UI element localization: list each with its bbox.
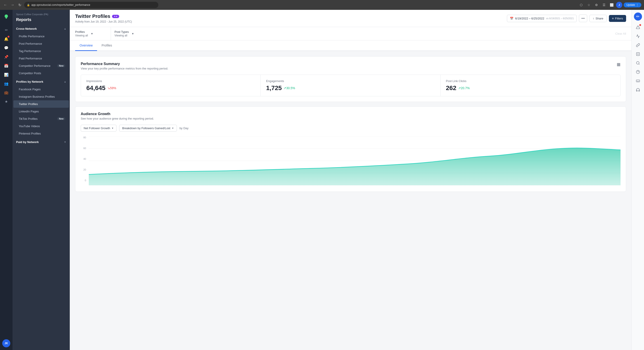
tiktok-badge: New bbox=[57, 117, 65, 120]
extensions-icon[interactable]: ⚙ bbox=[593, 2, 600, 8]
table-layout-icon[interactable]: ▦ bbox=[617, 62, 620, 67]
reload-button[interactable]: ↻ bbox=[17, 2, 22, 7]
profiles-by-network-label: Profiles by Network bbox=[16, 80, 43, 83]
sidebar-item-competitor-posts[interactable]: Competitor Posts bbox=[14, 69, 69, 77]
alert-icon[interactable] bbox=[634, 23, 642, 31]
sidebar-item-profile-performance[interactable]: Profile Performance bbox=[14, 33, 69, 40]
y-label-20: 20 bbox=[81, 168, 86, 171]
topbar-left: Twitter Profiles ✦✦ Activity from Jun 19… bbox=[75, 13, 132, 23]
advocacy-icon[interactable]: 💼 bbox=[2, 88, 10, 96]
share-button[interactable]: ↑ Share bbox=[590, 15, 607, 22]
analytics-icon[interactable]: 📊 bbox=[2, 71, 10, 79]
net-follower-growth-label: Net Follower Growth bbox=[84, 126, 110, 130]
sidebar-item-twitter-profiles[interactable]: Twitter Profiles bbox=[14, 100, 69, 108]
help-icon[interactable] bbox=[634, 68, 642, 76]
topbar: Twitter Profiles ✦✦ Activity from Jun 19… bbox=[70, 10, 632, 27]
competitor-posts-label: Competitor Posts bbox=[19, 71, 41, 75]
paid-performance-label: Paid Performance bbox=[19, 57, 42, 60]
link-icon[interactable] bbox=[634, 41, 642, 49]
sidebar-item-youtube-videos[interactable]: YouTube Videos bbox=[14, 122, 69, 130]
sidebar-item-instagram-business[interactable]: Instagram Business Profiles bbox=[14, 93, 69, 100]
premium-icon[interactable]: ★ bbox=[2, 97, 10, 105]
facebook-pages-label: Facebook Pages bbox=[19, 88, 41, 91]
sidebar-item-pinterest-profiles[interactable]: Pinterest Profiles bbox=[14, 130, 69, 137]
sidebar-item-tag-performance[interactable]: Tag Performance bbox=[14, 47, 69, 55]
clear-all-button[interactable]: Clear All bbox=[616, 32, 626, 35]
tag-performance-label: Tag Performance bbox=[19, 49, 41, 53]
search-icon[interactable] bbox=[634, 59, 642, 67]
compose-fab-button[interactable]: ✏ bbox=[634, 12, 642, 20]
user-avatar[interactable]: JK bbox=[2, 339, 10, 347]
update-chevron: ⋮ bbox=[636, 3, 639, 6]
sidebar-item-linkedin-pages[interactable]: LinkedIn Pages bbox=[14, 108, 69, 115]
net-follower-growth-filter[interactable]: Net Follower Growth ▼ bbox=[81, 125, 116, 132]
y-axis: 80 60 40 20 0 bbox=[81, 136, 86, 186]
headset-icon[interactable] bbox=[634, 86, 642, 94]
publishing-icon[interactable]: 📅 bbox=[2, 62, 10, 70]
chart-wrapper: 80 60 40 20 0 bbox=[81, 136, 620, 186]
performance-summary-subtitle: View your key profile performance metric… bbox=[81, 67, 168, 70]
alert-badge bbox=[639, 24, 641, 26]
profiles-by-network-group: Profiles by Network ▲ Facebook Pages Ins… bbox=[12, 78, 70, 137]
keyboard-icon[interactable] bbox=[634, 77, 642, 85]
back-button[interactable]: ← bbox=[3, 2, 8, 7]
tab-overview[interactable]: Overview bbox=[75, 40, 97, 51]
youtube-videos-label: YouTube Videos bbox=[19, 124, 40, 128]
vs-date-range: vs 6/19/2021 – 6/25/2021 bbox=[546, 17, 574, 20]
impressions-label: Impressions bbox=[86, 79, 255, 83]
add-icon[interactable] bbox=[634, 50, 642, 58]
profiles-filter-title: Profiles bbox=[75, 30, 88, 33]
filters-button[interactable]: ≡ Filters bbox=[609, 15, 626, 22]
profile-icon[interactable]: J bbox=[616, 2, 622, 8]
profiles-filter[interactable]: Profiles Viewing all ▼ bbox=[75, 27, 111, 40]
post-link-clicks-change: ↗20.7% bbox=[458, 86, 470, 90]
post-types-filter[interactable]: Post Types Viewing all ▼ bbox=[114, 27, 150, 40]
engagements-change: ↗30.5% bbox=[284, 86, 295, 90]
update-button[interactable]: Update ⋮ bbox=[624, 2, 641, 7]
update-label: Update bbox=[626, 3, 635, 6]
profiles-by-network-header[interactable]: Profiles by Network ▲ bbox=[12, 78, 70, 86]
breakdown-chevron: ▼ bbox=[172, 127, 174, 129]
forward-button[interactable]: → bbox=[10, 2, 15, 7]
address-bar[interactable]: 🔒 app.sproutsocial.com/reports/twitter_p… bbox=[24, 2, 158, 8]
sidebar-item-facebook-pages[interactable]: Facebook Pages bbox=[14, 86, 69, 93]
pinterest-profiles-label: Pinterest Profiles bbox=[19, 132, 41, 135]
date-range-button[interactable]: 📅 6/19/2022 – 6/25/2022 vs 6/19/2021 – 6… bbox=[507, 15, 577, 22]
post-types-filter-value: Viewing all bbox=[114, 34, 129, 37]
tab-profiles[interactable]: Profiles bbox=[97, 40, 116, 51]
messages-icon[interactable]: 💬 bbox=[2, 44, 10, 52]
sidebar-item-paid-performance[interactable]: Paid Performance bbox=[14, 55, 69, 62]
paid-by-network-header[interactable]: Paid by Network ▼ bbox=[12, 138, 70, 146]
performance-summary-title: Performance Summary bbox=[81, 62, 168, 66]
premium-badge: ✦✦ bbox=[112, 15, 119, 18]
audience-growth-header: Audience Growth See how your audience gr… bbox=[81, 112, 620, 120]
engagements-value-row: 1,725 ↗30.5% bbox=[266, 84, 435, 92]
main-content: Twitter Profiles ✦✦ Activity from Jun 19… bbox=[70, 10, 632, 350]
cross-network-header[interactable]: Cross-Network ▲ bbox=[12, 25, 70, 33]
cast-icon[interactable]: ⬡ bbox=[578, 2, 584, 8]
more-options-button[interactable]: ••• bbox=[579, 14, 587, 22]
post-link-clicks-value: 262 bbox=[446, 84, 456, 92]
tasks-icon[interactable]: 📌 bbox=[2, 53, 10, 61]
sidebar-item-tiktok-profiles[interactable]: TikTok Profiles New bbox=[14, 115, 69, 122]
app-wrapper: ✏ 🔔 💬 📌 📅 📊 👥 💼 ★ JK Sprout Coffee Corpo… bbox=[0, 0, 644, 350]
profiles-filter-value: Viewing all bbox=[75, 34, 88, 37]
breakdown-filter[interactable]: Breakdown by Followers Gained/Lost ▼ bbox=[119, 125, 177, 132]
post-performance-label: Post Performance bbox=[19, 42, 42, 45]
sprout-logo[interactable] bbox=[2, 12, 10, 20]
sidebar-item-post-performance[interactable]: Post Performance bbox=[14, 40, 69, 47]
compose-icon[interactable]: ✏ bbox=[2, 26, 10, 34]
date-range-text: 6/19/2022 – 6/25/2022 bbox=[515, 17, 544, 20]
reader-mode-icon[interactable]: ☰ bbox=[601, 2, 607, 8]
notifications-icon[interactable]: 🔔 bbox=[2, 35, 10, 43]
left-icon-rail: ✏ 🔔 💬 📌 📅 📊 👥 💼 ★ JK bbox=[0, 10, 12, 350]
tiktok-profiles-label: TikTok Profiles bbox=[19, 117, 38, 120]
linkedin-pages-label: LinkedIn Pages bbox=[19, 110, 39, 113]
pip-icon[interactable]: ⬜ bbox=[608, 2, 615, 8]
post-link-clicks-value-row: 262 ↗20.7% bbox=[446, 84, 615, 92]
listening-icon[interactable]: 👥 bbox=[2, 79, 10, 88]
sidebar-item-competitor-performance[interactable]: Competitor Performance New bbox=[14, 62, 69, 69]
analytics-right-icon[interactable] bbox=[634, 32, 642, 40]
bookmark-icon[interactable]: ☆ bbox=[586, 2, 592, 8]
lock-icon: 🔒 bbox=[27, 3, 30, 6]
